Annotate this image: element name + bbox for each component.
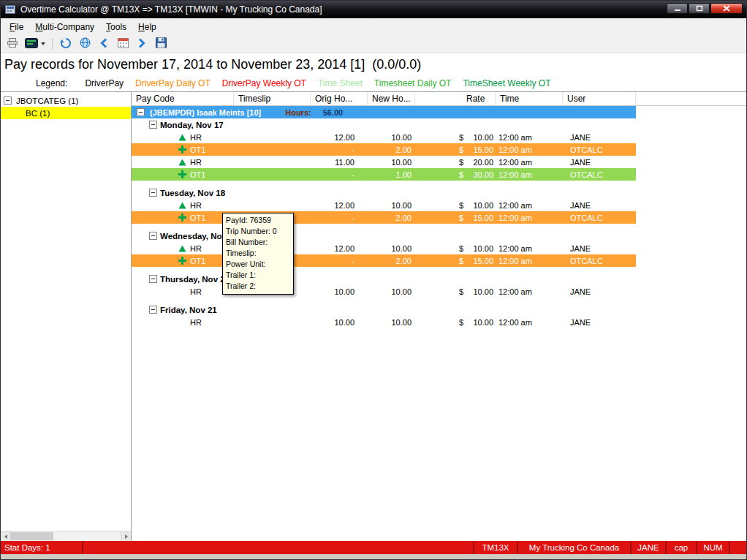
toolbar: [1, 35, 746, 53]
pay-record-row[interactable]: HR12.0010.00$10.0012:00 amJANE: [132, 131, 636, 143]
pay-record-row[interactable]: HR12.0010.00$10.0012:00 amJANE: [132, 242, 636, 254]
user-cell: OTCALC: [563, 257, 636, 265]
up-arrow-icon: [178, 133, 186, 141]
scroll-thumb[interactable]: [11, 532, 53, 540]
tree-h-scrollbar[interactable]: [1, 531, 131, 541]
plus-icon: [178, 170, 186, 178]
view-selector-icon: [25, 38, 38, 50]
app-icon: [4, 4, 16, 15]
up-arrow-icon: [178, 158, 186, 166]
chevron-left-icon: [100, 38, 107, 50]
scroll-right-arrow[interactable]: [121, 531, 131, 541]
column-header-time[interactable]: Time: [496, 92, 563, 105]
collapse-icon[interactable]: [149, 232, 157, 240]
web-info-button[interactable]: [76, 36, 94, 52]
status-company-name: My Trucking Co Canada: [518, 541, 632, 554]
window-resize-border: [1, 554, 746, 559]
maximize-button[interactable]: [689, 3, 710, 14]
menu-multi-company[interactable]: Multi-Company: [29, 20, 100, 34]
previous-period-button[interactable]: [95, 36, 113, 52]
new-hours-cell: 10.00: [368, 318, 415, 327]
menubar: FileMulti-CompanyToolsHelp: [1, 18, 746, 35]
new-hours-cell: 2.00: [368, 257, 415, 265]
pay-record-row[interactable]: HR10.0010.00$10.0012:00 amJANE: [132, 316, 636, 328]
menu-file[interactable]: File: [4, 20, 29, 34]
day-group-label: Thursday, Nov 20: [160, 275, 230, 284]
orig-hours-cell: 10.00: [311, 287, 368, 296]
pay-record-row[interactable]: OT1-2.00$15.0012:00 amOTCALC: [132, 143, 636, 156]
legend: Legend: DriverPayDriverPay Daily OTDrive…: [1, 75, 746, 91]
collapse-icon[interactable]: [4, 97, 12, 105]
column-header-filler: [636, 92, 746, 105]
column-header-rate[interactable]: Rate: [453, 92, 496, 105]
employee-group-row[interactable]: (JBEMPDR) Isaak Meints [10] Hours: 56.00: [132, 106, 636, 118]
app-window: Overtime Calculator @ TM13X => TM13X [TM…: [0, 0, 747, 560]
time-cell: 12:00 am: [496, 158, 563, 167]
day-group-label: Tuesday, Nov 18: [160, 189, 225, 197]
user-cell: OTCALC: [563, 170, 636, 179]
save-button[interactable]: [152, 36, 170, 52]
pay-record-row[interactable]: HR10.0010.00$10.0012:00 amJANE: [132, 285, 636, 298]
page-header: Pay records for November 17, 2014 to Nov…: [1, 53, 746, 75]
employee-hours-value: 56.00: [323, 108, 344, 117]
view-selector-button[interactable]: [23, 36, 48, 52]
menu-help[interactable]: Help: [132, 20, 162, 34]
pay-record-row[interactable]: HR12.0010.00$10.0012:00 amJANE: [132, 199, 636, 211]
pay-record-row[interactable]: OT1-2.00$15.0012:00 amOTCALC: [132, 211, 636, 224]
tree-item-jbotcateg-1[interactable]: JBOTCATEG (1): [1, 94, 131, 107]
user-cell: JANE: [563, 201, 636, 210]
legend-timesheet-weekly-ot: TimeSheet Weekly OT: [463, 78, 550, 88]
pay-record-tooltip: PayId: 76359Trip Number: 0Bill Number:Ti…: [222, 213, 294, 295]
close-button[interactable]: [710, 3, 743, 14]
time-cell: 12:00 am: [496, 133, 563, 142]
collapse-icon[interactable]: [149, 121, 157, 129]
pay-code-cell: HR: [132, 287, 234, 296]
legend-driverpay: DriverPay: [85, 78, 124, 88]
collapse-icon[interactable]: [149, 275, 157, 283]
next-period-button[interactable]: [133, 36, 151, 52]
column-header-orig-ho[interactable]: Orig Ho...: [311, 92, 368, 105]
day-group-row[interactable]: Friday, Nov 21: [132, 303, 746, 316]
menu-tools[interactable]: Tools: [100, 20, 132, 34]
rate-cell: $10.00: [453, 287, 496, 296]
tree-item-label: JBOTCATEG (1): [16, 97, 78, 105]
calendar-button[interactable]: [114, 36, 132, 52]
collapse-icon[interactable]: [137, 108, 145, 116]
minimize-button[interactable]: [667, 3, 688, 14]
scroll-track[interactable]: [53, 531, 121, 541]
time-cell: 12:00 am: [496, 201, 563, 210]
pay-code-cell: HR: [132, 318, 234, 327]
orig-hours-cell: 12.00: [311, 201, 368, 210]
user-cell: OTCALC: [563, 145, 636, 154]
dropdown-caret-icon[interactable]: [41, 42, 45, 45]
column-header-user[interactable]: User: [563, 92, 636, 105]
pay-code-cell: OT1: [132, 213, 234, 222]
pay-record-row[interactable]: HR11.0010.00$20.0012:00 amJANE: [132, 156, 636, 168]
save-icon: [156, 37, 167, 50]
pay-record-row[interactable]: OT1-2.00$15.0012:00 amOTCALC: [132, 254, 636, 267]
pay-code-cell: OT1: [132, 145, 234, 154]
scroll-left-arrow[interactable]: [1, 531, 11, 541]
orig-hours-cell: 12.00: [311, 244, 368, 253]
time-cell: 12:00 am: [496, 257, 563, 265]
day-group-row[interactable]: Tuesday, Nov 18: [132, 186, 746, 199]
column-header-pay-code[interactable]: Pay Code: [132, 92, 234, 105]
icon-placeholder: [178, 318, 186, 326]
up-arrow-icon: [178, 201, 186, 209]
collapse-icon[interactable]: [149, 306, 157, 314]
column-header-new-ho[interactable]: New Ho...: [368, 92, 415, 105]
tree-item-bc-1[interactable]: BC (1): [1, 107, 131, 119]
collapse-icon[interactable]: [149, 189, 157, 197]
pay-record-row[interactable]: OT1-1.00$30.0012:00 amOTCALC: [132, 168, 636, 181]
refresh-button[interactable]: [57, 36, 75, 52]
new-hours-cell: 10.00: [368, 201, 415, 210]
day-group-row[interactable]: Monday, Nov 17: [132, 118, 746, 131]
pay-code-cell: HR: [132, 244, 234, 253]
print-button[interactable]: [4, 36, 21, 52]
rate-cell: $20.00: [453, 158, 496, 167]
user-cell: JANE: [563, 244, 636, 253]
calendar-icon: [118, 37, 129, 50]
column-header-timeslip[interactable]: Timeslip: [234, 92, 311, 105]
pay-code-cell: HR: [132, 201, 234, 210]
grid-column-headers: Pay CodeTimeslipOrig Ho...New Ho...RateT…: [132, 92, 746, 106]
